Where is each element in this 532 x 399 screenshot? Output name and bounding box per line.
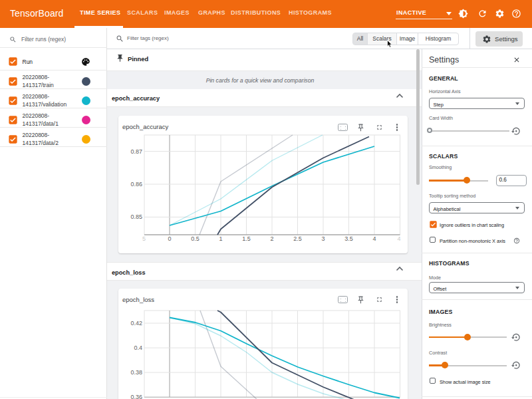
svg-text:0.5: 0.5 — [191, 235, 200, 242]
svg-text:1: 1 — [219, 235, 222, 242]
svg-text:0.36: 0.36 — [130, 394, 142, 399]
svg-text:0.86: 0.86 — [130, 181, 142, 188]
svg-text:0.42: 0.42 — [130, 320, 142, 327]
svg-text:2: 2 — [270, 235, 273, 242]
svg-text:0.87: 0.87 — [130, 148, 142, 155]
svg-text:0: 0 — [168, 235, 171, 242]
svg-text:4: 4 — [372, 235, 376, 242]
svg-text:3: 3 — [321, 235, 325, 242]
svg-text:0.4: 0.4 — [134, 344, 142, 351]
svg-text:5: 5 — [142, 235, 146, 242]
svg-text:0.85: 0.85 — [130, 213, 142, 220]
svg-text:0.38: 0.38 — [130, 369, 142, 376]
svg-text:2.5: 2.5 — [293, 235, 302, 242]
svg-text:1.5: 1.5 — [242, 235, 251, 242]
svg-text:3.5: 3.5 — [344, 235, 353, 242]
svg-text:4: 4 — [397, 235, 400, 242]
